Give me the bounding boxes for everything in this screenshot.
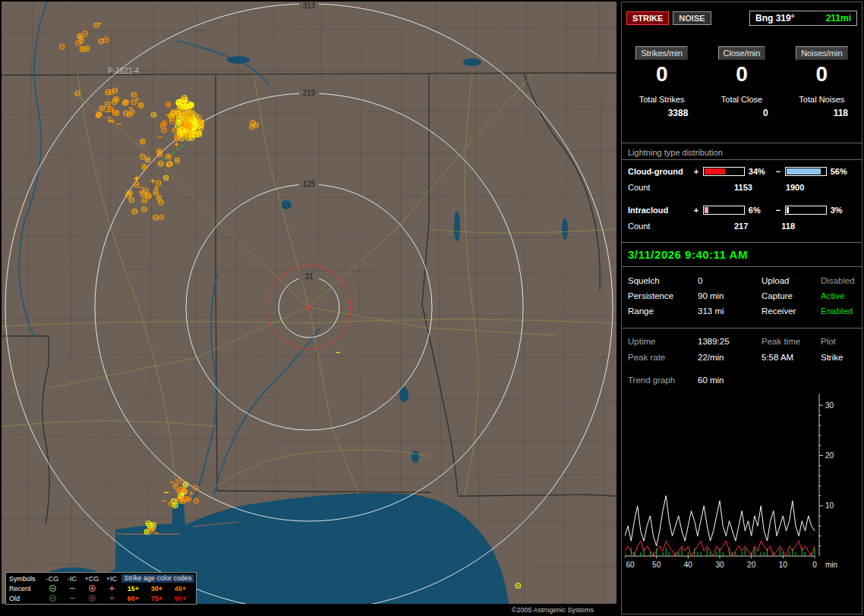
lightning-map[interactable]: P-1821-431321912531 [2,2,616,604]
legend-cplus-icon [88,594,96,602]
map-pane: P-1821-431321912531 Symbols -CG -IC +CG … [2,2,616,614]
total-noises-label: Total Noises [782,95,862,104]
range-value: 313 mi [698,306,762,316]
trend-graph-value: 60 min [698,376,856,385]
receiver-status: Enabled [821,306,856,316]
legend-age-label: 75+ [145,595,169,602]
x-tick-label: 0 [812,561,817,569]
x-tick-label: 40 [684,561,693,569]
legend-plus-icon [108,594,116,602]
status-grid: Squelch 0 Upload Disabled Persistence 90… [628,276,856,316]
upload-label: Upload [762,276,821,285]
ic-positive-pct: 6% [747,206,774,215]
intracloud-label: Intracloud [628,206,692,215]
squelch-value: 0 [698,276,762,285]
legend-age-label: 90+ [169,595,192,602]
legend-row-label: Old [6,595,43,602]
rate-values-row: 0 0 0 [622,63,862,86]
x-tick-label: 20 [747,561,756,569]
count-label: Count [628,222,701,231]
ring-label: 313 [303,2,316,10]
stats-grid: Uptime 1389:25 Peak time Plot Peak rate … [628,337,856,362]
legend-symbol-cell [82,584,102,592]
receiver-label: Receiver [762,306,821,316]
cg-positive-count: 1153 [734,183,752,192]
intracloud-row: Intracloud + 6% − 3% [628,206,856,215]
persistence-label: Persistence [628,291,698,300]
legend-cminus-icon [49,594,57,602]
plus-sign: + [692,167,701,176]
peak-rate-value: 22/min [698,353,762,362]
bearing-label: Bng 319° [755,13,794,24]
cloud-ground-row: Cloud-ground + 34% − 56% [628,167,856,176]
mode-row: STRIKE NOISE Bng 319° 211mi [626,11,857,26]
strikes-per-min-value: 0 [622,63,702,86]
close-rate-series [625,548,815,556]
bearing-readout: Bng 319° 211mi [749,11,857,26]
totals-labels-row: Total Strikes Total Close Total Noises [622,95,862,104]
upload-status: Disabled [821,276,856,285]
x-tick-label: 50 [652,561,661,569]
uptime-value: 1389:25 [698,337,762,346]
ic-negative-count: 118 [781,222,795,231]
app-window: P-1821-431321912531 Symbols -CG -IC +CG … [0,0,864,616]
legend-age-label: 45+ [169,585,192,592]
divider [622,159,862,160]
cg-positive-pct: 34% [747,167,774,176]
station-label: P-1821-4 [108,67,140,75]
bearing-distance: 211mi [826,13,851,24]
x-tick-label: 30 [715,561,724,569]
strike-mode-button[interactable]: STRIKE [626,11,669,25]
legend-minus-icon [68,584,77,592]
ic-count-row: Count 217 118 [628,222,856,231]
status-panel: STRIKE NOISE Bng 319° 211mi Strikes/min … [621,2,862,614]
legend-symbols-header: Symbols [6,575,43,583]
y-tick-label: 30 [825,401,834,410]
legend-age-label: 15+ [121,585,145,592]
y-tick-label: 20 [825,451,834,460]
legend-symbol-cell [62,584,82,592]
legend-symbol-cell [43,594,62,602]
ic-negative-pct: 3% [829,206,856,215]
total-strikes-value: 3388 [622,108,702,118]
persistence-value: 90 min [698,291,762,300]
divider [622,242,862,243]
legend-symbol-cell [102,584,121,592]
legend-age-label: 60+ [121,595,145,602]
cloud-ground-label: Cloud-ground [628,167,692,176]
range-label: Range [628,306,698,316]
legend-body: Recent15+30+45+Old60+75+90+ [6,583,196,603]
legend-symbol-cell [43,584,62,592]
cg-negative-pct: 56% [829,167,856,176]
legend-plus-icon [108,584,116,592]
strike-rate-series [625,496,815,546]
cg-negative-bar [785,167,827,176]
trend-row: Trend graph 60 min [628,376,856,385]
noises-per-min-value: 0 [782,63,862,86]
peak-time-label: Peak time [762,337,821,346]
peak-time-value: 5:58 AM [762,353,821,362]
legend-col-pos-ic: +IC [102,575,121,583]
legend-row-recent: Recent15+30+45+ [6,583,196,593]
legend-symbol-cell [82,594,102,602]
legend-age-header: Strike age color codes [121,574,194,583]
legend-col-neg-ic: -IC [62,575,82,583]
legend-col-neg-cg: -CG [43,575,62,583]
legend-cplus-icon [88,584,96,592]
cg-count-row: Count 1153 1900 [628,183,856,192]
cg-negative-count: 1900 [786,183,804,192]
noises-per-min-button[interactable]: Noises/min [796,46,847,60]
rate-labels-row: Strikes/min Close/min Noises/min [622,46,862,60]
noise-mode-button[interactable]: NOISE [673,11,711,25]
x-unit-label: min [825,561,837,569]
minus-sign: − [774,167,783,176]
distribution-title: Lightning type distribution [628,148,856,157]
ring-label: 125 [303,180,316,188]
divider [622,143,862,143]
strikes-per-min-button[interactable]: Strikes/min [635,46,687,60]
count-label: Count [628,183,701,192]
ic-positive-bar [703,206,745,215]
close-per-min-button[interactable]: Close/min [718,46,766,60]
divider [622,328,862,328]
plot-value: Strike [821,353,856,362]
